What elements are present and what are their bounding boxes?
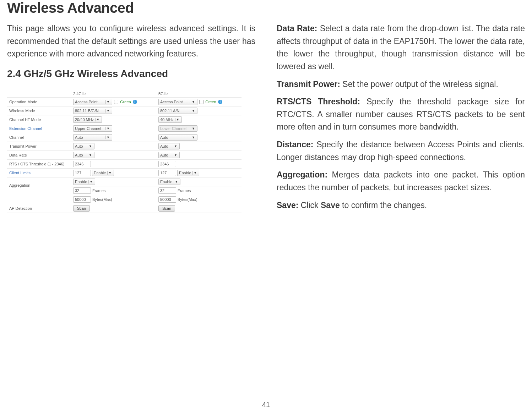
col-header-5ghz: 5GHz — [156, 90, 241, 98]
channel-24-select[interactable]: Auto▼ — [73, 134, 112, 141]
chevron-down-icon: ▼ — [173, 153, 178, 157]
label-client-limits: Client Limits — [7, 168, 71, 177]
chevron-down-icon: ▼ — [191, 100, 196, 104]
green-checkbox-5[interactable] — [199, 100, 203, 104]
term-transmit-power: Transmit Power: Set the power output of … — [277, 78, 525, 91]
row-wireless-mode: Wireless Mode 802.11 B/G/N▼ 802.11 A/N▼ — [7, 106, 241, 115]
chevron-down-icon: ▼ — [88, 144, 93, 148]
table-header-row: 2.4GHz 5GHz — [7, 90, 241, 98]
aggregation-5-frames-input[interactable]: 32 — [158, 187, 176, 194]
right-column: Data Rate: Select a data rate from the d… — [277, 22, 525, 217]
client-limits-5-enable[interactable]: Enable▼ — [177, 170, 199, 176]
scan-button-5[interactable]: Scan — [158, 205, 175, 212]
chevron-down-icon: ▼ — [105, 100, 110, 104]
left-column: This page allows you to configure wirele… — [7, 22, 255, 217]
client-limits-5-input[interactable]: 127 — [158, 170, 176, 176]
label-ap-detection: AP Detection — [7, 204, 71, 213]
chevron-down-icon: ▼ — [175, 118, 180, 121]
bytes-label: Bytes(Max) — [92, 197, 112, 202]
extension-channel-24-select[interactable]: Upper Channel▼ — [73, 125, 112, 132]
term-desc-post: to confirm the changes. — [340, 201, 427, 210]
row-extension-channel: Extension Channel Upper Channel▼ Lower C… — [7, 124, 241, 133]
frames-label: Frames — [92, 188, 105, 193]
row-aggregation-enable: Aggregation Enable▼ Enable▼ — [7, 177, 241, 186]
term-label: RTS/CTS Threshold: — [277, 97, 360, 106]
chevron-down-icon: ▼ — [105, 136, 110, 139]
channel-ht-5-select[interactable]: 40 MHz▼ — [158, 116, 182, 123]
wireless-mode-5-select[interactable]: 802.11 A/N▼ — [158, 108, 197, 114]
bytes-label: Bytes(Max) — [178, 197, 197, 202]
row-channel-ht: Channel HT Mode 20/40 MHz▼ 40 MHz▼ — [7, 115, 241, 124]
label-transmit-power: Transmit Power — [7, 142, 71, 150]
term-aggregation: Aggregation: Merges data packets into on… — [277, 169, 525, 194]
row-client-limits: Client Limits 127 Enable▼ 127 Enable▼ — [7, 168, 241, 177]
term-label: Data Rate: — [277, 24, 317, 33]
data-rate-5-select[interactable]: Auto▼ — [158, 152, 180, 158]
row-data-rate: Data Rate Auto▼ Auto▼ — [7, 150, 241, 159]
row-rts: RTS / CTS Threshold (1 - 2346) 2346 2346 — [7, 159, 241, 168]
aggregation-24-bytes-input[interactable]: 50000 — [73, 196, 91, 203]
operation-mode-5-select[interactable]: Access Point▼ — [158, 99, 197, 105]
chevron-down-icon: ▼ — [107, 171, 112, 175]
label-rts: RTS / CTS Threshold (1 - 2346) — [7, 159, 71, 168]
extension-channel-5-select: Lower Channel▼ — [158, 125, 197, 132]
chevron-down-icon: ▼ — [191, 127, 196, 130]
aggregation-24-enable[interactable]: Enable▼ — [73, 179, 95, 185]
label-aggregation: Aggregation — [7, 177, 71, 204]
label-wireless-mode: Wireless Mode — [7, 106, 71, 115]
section-title: 2.4 GHz/5 GHz Wireless Advanced — [7, 68, 255, 80]
info-icon[interactable]: i — [218, 100, 222, 104]
chevron-down-icon: ▼ — [88, 153, 93, 157]
transmit-power-5-select[interactable]: Auto▼ — [158, 143, 180, 149]
label-data-rate: Data Rate — [7, 150, 71, 159]
chevron-down-icon: ▼ — [105, 127, 110, 130]
chevron-down-icon: ▼ — [192, 171, 197, 175]
data-rate-24-select[interactable]: Auto▼ — [73, 152, 94, 158]
info-icon[interactable]: i — [133, 100, 137, 104]
channel-5-select[interactable]: Auto▼ — [158, 134, 197, 141]
rts-5-input[interactable]: 2346 — [158, 161, 176, 167]
wireless-mode-24-select[interactable]: 802.11 B/G/N▼ — [73, 108, 112, 114]
green-checkbox-24[interactable] — [114, 100, 118, 104]
term-label: Distance: — [277, 140, 314, 149]
intro-paragraph: This page allows you to configure wirele… — [7, 22, 255, 60]
term-desc: Specify the distance between Access Poin… — [277, 140, 525, 162]
label-extension-channel: Extension Channel — [7, 124, 71, 133]
term-distance: Distance: Specify the distance between A… — [277, 138, 525, 164]
label-channel-ht: Channel HT Mode — [7, 115, 71, 124]
client-limits-24-input[interactable]: 127 — [73, 170, 91, 176]
label-operation-mode: Operation Mode — [7, 97, 71, 106]
chevron-down-icon: ▼ — [105, 109, 110, 113]
term-label: Transmit Power: — [277, 80, 340, 89]
row-transmit-power: Transmit Power Auto▼ Auto▼ — [7, 142, 241, 150]
row-ap-detection: AP Detection Scan Scan — [7, 204, 241, 213]
aggregation-24-frames-input[interactable]: 32 — [73, 187, 91, 194]
channel-ht-24-select[interactable]: 20/40 MHz▼ — [73, 116, 102, 123]
row-channel: Channel Auto▼ Auto▼ — [7, 133, 241, 142]
operation-mode-24-select[interactable]: Access Point▼ — [73, 99, 112, 105]
green-label-24: Green — [120, 100, 131, 104]
settings-table: 2.4GHz 5GHz Operation Mode Access Point▼… — [7, 90, 241, 213]
col-header-24ghz: 2.4GHz — [71, 90, 156, 98]
chevron-down-icon: ▼ — [95, 118, 100, 121]
aggregation-5-bytes-input[interactable]: 50000 — [158, 196, 176, 203]
page-title: Wireless Advanced — [7, 0, 525, 16]
term-desc: Set the power output of the wireless sig… — [340, 80, 498, 89]
scan-button-24[interactable]: Scan — [73, 205, 90, 212]
rts-24-input[interactable]: 2346 — [73, 161, 91, 167]
client-limits-24-enable[interactable]: Enable▼ — [92, 170, 114, 176]
chevron-down-icon: ▼ — [191, 136, 196, 139]
chevron-down-icon: ▼ — [191, 109, 196, 113]
page-number: 41 — [0, 401, 532, 409]
term-rts: RTS/CTS Threshold: Specify the threshold… — [277, 95, 525, 133]
content-columns: This page allows you to configure wirele… — [7, 22, 525, 217]
term-desc-pre: Click — [298, 201, 321, 210]
row-operation-mode: Operation Mode Access Point▼ Green i Acc… — [7, 97, 241, 106]
aggregation-5-enable[interactable]: Enable▼ — [158, 179, 180, 185]
term-label: Aggregation: — [277, 170, 327, 179]
chevron-down-icon: ▼ — [173, 144, 178, 148]
term-data-rate: Data Rate: Select a data rate from the d… — [277, 22, 525, 73]
transmit-power-24-select[interactable]: Auto▼ — [73, 143, 94, 149]
frames-label: Frames — [178, 188, 191, 193]
term-label: Save: — [277, 201, 298, 210]
